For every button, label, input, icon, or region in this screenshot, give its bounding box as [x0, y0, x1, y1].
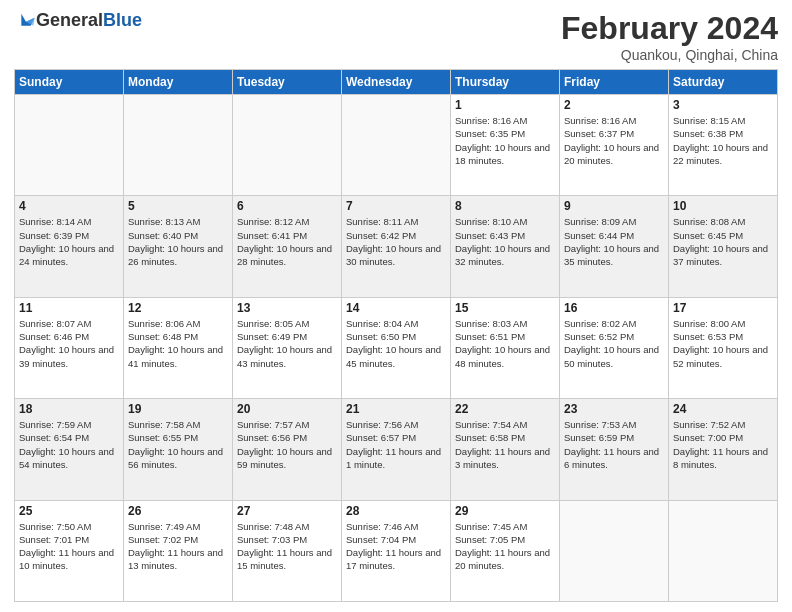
- day-info: Sunrise: 8:08 AMSunset: 6:45 PMDaylight:…: [673, 215, 773, 268]
- day-info: Sunrise: 7:57 AMSunset: 6:56 PMDaylight:…: [237, 418, 337, 471]
- day-number: 2: [564, 98, 664, 112]
- table-row: 10Sunrise: 8:08 AMSunset: 6:45 PMDayligh…: [669, 196, 778, 297]
- day-number: 4: [19, 199, 119, 213]
- logo: GeneralBlue: [14, 10, 142, 31]
- day-info: Sunrise: 7:49 AMSunset: 7:02 PMDaylight:…: [128, 520, 228, 573]
- calendar-week-row: 18Sunrise: 7:59 AMSunset: 6:54 PMDayligh…: [15, 399, 778, 500]
- day-number: 16: [564, 301, 664, 315]
- day-number: 11: [19, 301, 119, 315]
- table-row: 27Sunrise: 7:48 AMSunset: 7:03 PMDayligh…: [233, 500, 342, 601]
- table-row: 22Sunrise: 7:54 AMSunset: 6:58 PMDayligh…: [451, 399, 560, 500]
- col-tuesday: Tuesday: [233, 70, 342, 95]
- table-row: 6Sunrise: 8:12 AMSunset: 6:41 PMDaylight…: [233, 196, 342, 297]
- day-number: 9: [564, 199, 664, 213]
- col-sunday: Sunday: [15, 70, 124, 95]
- table-row: [669, 500, 778, 601]
- table-row: 18Sunrise: 7:59 AMSunset: 6:54 PMDayligh…: [15, 399, 124, 500]
- day-number: 27: [237, 504, 337, 518]
- day-number: 7: [346, 199, 446, 213]
- day-number: 26: [128, 504, 228, 518]
- table-row: 1Sunrise: 8:16 AMSunset: 6:35 PMDaylight…: [451, 95, 560, 196]
- table-row: [124, 95, 233, 196]
- table-row: 5Sunrise: 8:13 AMSunset: 6:40 PMDaylight…: [124, 196, 233, 297]
- day-number: 8: [455, 199, 555, 213]
- calendar-week-row: 4Sunrise: 8:14 AMSunset: 6:39 PMDaylight…: [15, 196, 778, 297]
- logo-blue: Blue: [103, 10, 142, 31]
- table-row: [342, 95, 451, 196]
- header: GeneralBlue February 2024 Quankou, Qingh…: [14, 10, 778, 63]
- day-number: 14: [346, 301, 446, 315]
- table-row: [233, 95, 342, 196]
- day-number: 15: [455, 301, 555, 315]
- day-info: Sunrise: 7:54 AMSunset: 6:58 PMDaylight:…: [455, 418, 555, 471]
- day-number: 19: [128, 402, 228, 416]
- page: GeneralBlue February 2024 Quankou, Qingh…: [0, 0, 792, 612]
- day-number: 25: [19, 504, 119, 518]
- table-row: 12Sunrise: 8:06 AMSunset: 6:48 PMDayligh…: [124, 297, 233, 398]
- day-number: 24: [673, 402, 773, 416]
- col-monday: Monday: [124, 70, 233, 95]
- day-info: Sunrise: 8:16 AMSunset: 6:35 PMDaylight:…: [455, 114, 555, 167]
- calendar-week-row: 25Sunrise: 7:50 AMSunset: 7:01 PMDayligh…: [15, 500, 778, 601]
- day-number: 10: [673, 199, 773, 213]
- day-info: Sunrise: 8:06 AMSunset: 6:48 PMDaylight:…: [128, 317, 228, 370]
- day-info: Sunrise: 8:16 AMSunset: 6:37 PMDaylight:…: [564, 114, 664, 167]
- day-info: Sunrise: 8:10 AMSunset: 6:43 PMDaylight:…: [455, 215, 555, 268]
- col-saturday: Saturday: [669, 70, 778, 95]
- day-info: Sunrise: 7:48 AMSunset: 7:03 PMDaylight:…: [237, 520, 337, 573]
- day-info: Sunrise: 8:03 AMSunset: 6:51 PMDaylight:…: [455, 317, 555, 370]
- day-info: Sunrise: 8:04 AMSunset: 6:50 PMDaylight:…: [346, 317, 446, 370]
- table-row: 3Sunrise: 8:15 AMSunset: 6:38 PMDaylight…: [669, 95, 778, 196]
- day-info: Sunrise: 8:12 AMSunset: 6:41 PMDaylight:…: [237, 215, 337, 268]
- day-number: 6: [237, 199, 337, 213]
- day-info: Sunrise: 7:58 AMSunset: 6:55 PMDaylight:…: [128, 418, 228, 471]
- table-row: 20Sunrise: 7:57 AMSunset: 6:56 PMDayligh…: [233, 399, 342, 500]
- col-wednesday: Wednesday: [342, 70, 451, 95]
- day-info: Sunrise: 8:07 AMSunset: 6:46 PMDaylight:…: [19, 317, 119, 370]
- day-info: Sunrise: 7:50 AMSunset: 7:01 PMDaylight:…: [19, 520, 119, 573]
- table-row: 15Sunrise: 8:03 AMSunset: 6:51 PMDayligh…: [451, 297, 560, 398]
- location: Quankou, Qinghai, China: [561, 47, 778, 63]
- logo-icon: [16, 11, 36, 31]
- table-row: 26Sunrise: 7:49 AMSunset: 7:02 PMDayligh…: [124, 500, 233, 601]
- calendar: Sunday Monday Tuesday Wednesday Thursday…: [14, 69, 778, 602]
- table-row: 24Sunrise: 7:52 AMSunset: 7:00 PMDayligh…: [669, 399, 778, 500]
- day-number: 29: [455, 504, 555, 518]
- day-info: Sunrise: 7:59 AMSunset: 6:54 PMDaylight:…: [19, 418, 119, 471]
- day-info: Sunrise: 8:09 AMSunset: 6:44 PMDaylight:…: [564, 215, 664, 268]
- table-row: 11Sunrise: 8:07 AMSunset: 6:46 PMDayligh…: [15, 297, 124, 398]
- day-info: Sunrise: 8:00 AMSunset: 6:53 PMDaylight:…: [673, 317, 773, 370]
- calendar-week-row: 11Sunrise: 8:07 AMSunset: 6:46 PMDayligh…: [15, 297, 778, 398]
- day-info: Sunrise: 7:45 AMSunset: 7:05 PMDaylight:…: [455, 520, 555, 573]
- day-number: 20: [237, 402, 337, 416]
- day-info: Sunrise: 7:56 AMSunset: 6:57 PMDaylight:…: [346, 418, 446, 471]
- day-info: Sunrise: 8:14 AMSunset: 6:39 PMDaylight:…: [19, 215, 119, 268]
- day-number: 21: [346, 402, 446, 416]
- day-number: 22: [455, 402, 555, 416]
- month-title: February 2024: [561, 10, 778, 47]
- day-info: Sunrise: 8:05 AMSunset: 6:49 PMDaylight:…: [237, 317, 337, 370]
- table-row: [560, 500, 669, 601]
- day-info: Sunrise: 7:46 AMSunset: 7:04 PMDaylight:…: [346, 520, 446, 573]
- table-row: 13Sunrise: 8:05 AMSunset: 6:49 PMDayligh…: [233, 297, 342, 398]
- table-row: 17Sunrise: 8:00 AMSunset: 6:53 PMDayligh…: [669, 297, 778, 398]
- col-friday: Friday: [560, 70, 669, 95]
- col-thursday: Thursday: [451, 70, 560, 95]
- table-row: 23Sunrise: 7:53 AMSunset: 6:59 PMDayligh…: [560, 399, 669, 500]
- table-row: 28Sunrise: 7:46 AMSunset: 7:04 PMDayligh…: [342, 500, 451, 601]
- table-row: [15, 95, 124, 196]
- table-row: 4Sunrise: 8:14 AMSunset: 6:39 PMDaylight…: [15, 196, 124, 297]
- table-row: 2Sunrise: 8:16 AMSunset: 6:37 PMDaylight…: [560, 95, 669, 196]
- day-number: 1: [455, 98, 555, 112]
- day-number: 18: [19, 402, 119, 416]
- table-row: 8Sunrise: 8:10 AMSunset: 6:43 PMDaylight…: [451, 196, 560, 297]
- table-row: 9Sunrise: 8:09 AMSunset: 6:44 PMDaylight…: [560, 196, 669, 297]
- day-info: Sunrise: 8:11 AMSunset: 6:42 PMDaylight:…: [346, 215, 446, 268]
- table-row: 16Sunrise: 8:02 AMSunset: 6:52 PMDayligh…: [560, 297, 669, 398]
- day-number: 12: [128, 301, 228, 315]
- day-number: 3: [673, 98, 773, 112]
- day-info: Sunrise: 8:13 AMSunset: 6:40 PMDaylight:…: [128, 215, 228, 268]
- logo-general: General: [36, 10, 103, 31]
- title-block: February 2024 Quankou, Qinghai, China: [561, 10, 778, 63]
- day-number: 5: [128, 199, 228, 213]
